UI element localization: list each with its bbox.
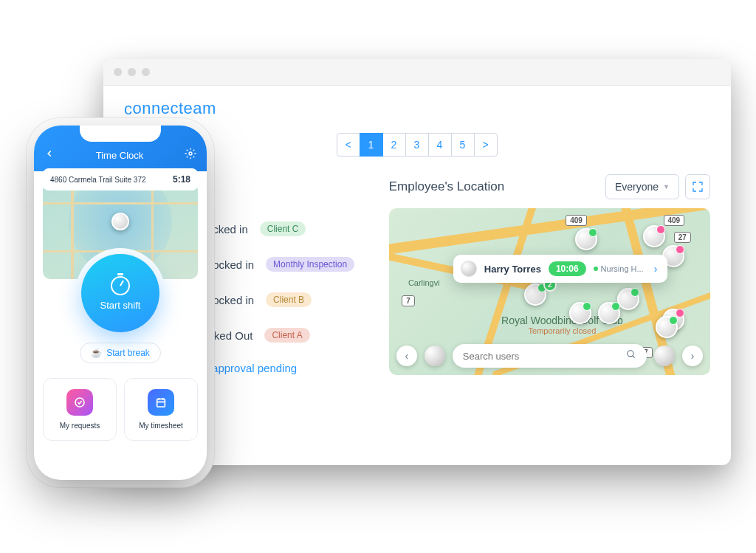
page-3[interactable]: 3 xyxy=(405,133,429,157)
start-break-button[interactable]: ☕ Start break xyxy=(80,343,161,363)
card-label: My timesheet xyxy=(131,422,191,430)
brand-logo: onnecteam xyxy=(124,99,710,118)
search-users-pill[interactable] xyxy=(453,344,647,368)
map-area-label: Carlingvi xyxy=(408,278,440,287)
avatar[interactable] xyxy=(425,346,445,366)
my-timesheet-card[interactable]: My timesheet xyxy=(124,378,198,441)
avatar xyxy=(461,261,477,277)
route-shield: 409 xyxy=(664,215,685,226)
user-location-pin xyxy=(111,213,129,230)
popup-location: Nursing H... xyxy=(594,264,644,273)
chevron-down-icon: ▼ xyxy=(663,183,670,190)
window-dot-max[interactable] xyxy=(142,68,150,76)
employee-pin[interactable] xyxy=(617,288,639,310)
svg-point-0 xyxy=(628,351,633,357)
browser-chrome-header xyxy=(103,59,731,86)
activity-tag: Client A xyxy=(264,328,309,343)
phone-notch xyxy=(80,126,161,142)
employee-popup[interactable]: Harry Torres 10:06 Nursing H... › xyxy=(453,255,668,283)
employee-pin[interactable] xyxy=(575,228,597,250)
back-button[interactable] xyxy=(44,148,55,162)
address-time: 5:18 xyxy=(173,174,190,185)
stopwatch-icon xyxy=(111,276,130,295)
start-shift-label: Start shift xyxy=(100,300,141,311)
filter-everyone-dropdown[interactable]: Everyone ▼ xyxy=(605,174,679,199)
phone-mockup: Time Clock 4860 Carmela Trail Suite 372 … xyxy=(34,126,207,480)
page-5[interactable]: 5 xyxy=(451,133,475,157)
employee-location-panel: Employee's Location Everyone ▼ xyxy=(389,174,710,375)
timesheet-icon xyxy=(148,389,174,416)
start-shift-button[interactable]: Start shift xyxy=(81,254,159,332)
activity-tag: Client B xyxy=(266,292,312,307)
map-next-button[interactable]: › xyxy=(682,346,703,366)
expand-icon xyxy=(692,181,704,193)
route-shield: 409 xyxy=(566,215,587,226)
employee-pin[interactable] xyxy=(656,316,678,338)
my-requests-card[interactable]: My requests xyxy=(43,378,117,441)
expand-map-button[interactable] xyxy=(685,174,710,199)
route-shield: 27 xyxy=(674,232,691,243)
page-prev[interactable]: < xyxy=(337,133,360,157)
window-dot-min[interactable] xyxy=(128,68,136,76)
employee-pin[interactable] xyxy=(643,225,665,247)
chevron-right-icon[interactable]: › xyxy=(651,263,661,275)
address-text: 4860 Carmela Trail Suite 372 xyxy=(50,176,146,184)
page-4[interactable]: 4 xyxy=(428,133,452,157)
map-footer: ‹ › xyxy=(396,344,703,368)
phone-screen-title: Time Clock xyxy=(96,150,144,161)
card-label: My requests xyxy=(49,422,110,430)
employee-map[interactable]: 409 409 27 7 427 Royal Woodbine Golf Clu… xyxy=(389,208,710,375)
map-prev-button[interactable]: ‹ xyxy=(396,346,417,366)
pending-link[interactable]: 20 approval pending xyxy=(196,362,297,374)
coffee-icon: ☕ xyxy=(91,348,102,358)
route-shield: 7 xyxy=(402,295,415,306)
break-label: Start break xyxy=(106,348,150,358)
filter-label: Everyone xyxy=(615,181,659,193)
gear-icon xyxy=(185,148,196,159)
location-title: Employee's Location xyxy=(389,179,504,194)
svg-point-1 xyxy=(189,152,192,155)
chevron-left-icon xyxy=(44,148,55,159)
poi-status: Temporarily closed xyxy=(501,326,623,335)
popup-name: Harry Torres xyxy=(484,264,541,275)
employee-pin[interactable] xyxy=(569,302,591,324)
svg-rect-3 xyxy=(157,399,165,407)
employee-pin[interactable] xyxy=(598,302,620,324)
settings-button[interactable] xyxy=(185,148,196,162)
employee-pin[interactable] xyxy=(524,284,546,306)
page-next[interactable]: > xyxy=(474,133,498,157)
address-pill[interactable]: 4860 Carmela Trail Suite 372 5:18 xyxy=(43,168,198,190)
requests-icon xyxy=(66,389,93,416)
pagination: < 1 2 3 4 5 > xyxy=(124,133,710,157)
activity-tag: Monthly Inspection xyxy=(266,257,354,272)
activity-tag: Client C xyxy=(260,221,306,236)
window-dot-close[interactable] xyxy=(114,68,122,76)
popup-time-badge: 10:06 xyxy=(549,261,586,276)
search-icon xyxy=(626,349,636,363)
page-2[interactable]: 2 xyxy=(382,133,406,157)
avatar[interactable] xyxy=(654,346,675,366)
page-1[interactable]: 1 xyxy=(360,133,383,157)
search-input[interactable] xyxy=(463,351,620,362)
